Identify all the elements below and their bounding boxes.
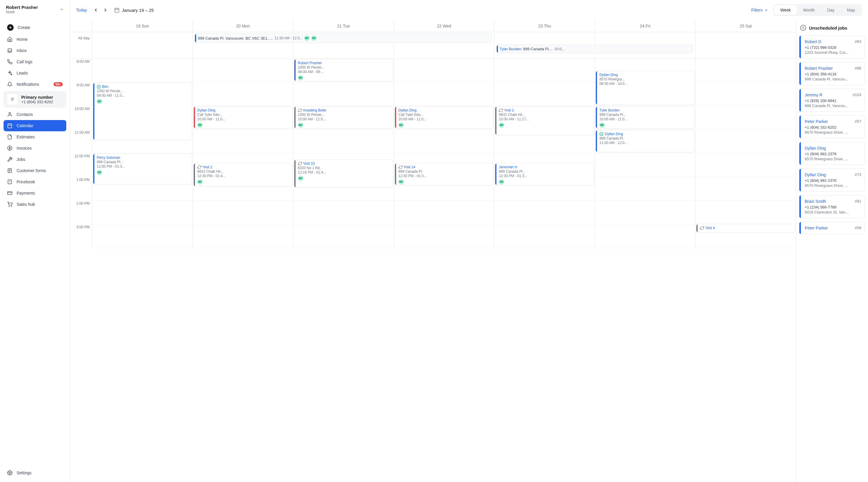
job-card[interactable]: Jeremy R#103+1 (928) 200-8941999 Canada … bbox=[799, 89, 865, 112]
view-week[interactable]: Week bbox=[774, 5, 797, 15]
sidebar-item-leads[interactable]: Leads bbox=[4, 67, 66, 79]
job-addr: 999 Canada Pl, Vancou... bbox=[805, 77, 861, 81]
job-card[interactable]: Dyllan Ding#73+1 (604) 992-23768570 Rive… bbox=[799, 168, 865, 192]
job-addr: 5018 Clarendon St, Van... bbox=[805, 210, 861, 214]
sidebar-item-estimates[interactable]: Estimates bbox=[4, 131, 66, 142]
job-addr: 8570 Rivergrass Drive, ... bbox=[805, 130, 861, 134]
calendar-event[interactable]: Tyler Burden999 Canada Pl...10:00 AM - 1… bbox=[595, 106, 695, 129]
job-id: #88 bbox=[855, 66, 861, 70]
avatar: RP bbox=[599, 122, 605, 128]
toolbar: Today January 19 – 25 Filters WeekMonthD… bbox=[70, 0, 868, 20]
calendar-event[interactable]: Robert Prasher1050 W Pende...08:00 AM - … bbox=[294, 59, 393, 81]
today-button[interactable]: Today bbox=[76, 8, 87, 12]
sidebar-item-call-logs[interactable]: Call logs bbox=[4, 56, 66, 67]
event-title: Installing Boile bbox=[298, 108, 391, 113]
allday-label: All day bbox=[70, 32, 92, 59]
prev-button[interactable] bbox=[92, 6, 100, 14]
unscheduled-panel: ✕ Unscheduled jobs Robert D#63+1 (732) 9… bbox=[796, 20, 868, 482]
sidebar-item-payments[interactable]: Payments bbox=[4, 188, 66, 199]
home-icon bbox=[7, 37, 12, 42]
day-header: 23 Thu bbox=[494, 20, 595, 32]
job-phone: +1 (604) 358-4116 bbox=[805, 72, 861, 76]
job-name: Dyllan Ding bbox=[805, 146, 826, 151]
sidebar-item-contacts[interactable]: Contacts bbox=[4, 109, 66, 120]
event-sub: 999 Canada Pl. bbox=[399, 169, 491, 173]
avatar: RP bbox=[197, 179, 203, 185]
account-switcher[interactable]: Robert Prasher Notifi bbox=[0, 0, 70, 19]
job-card[interactable]: Dyllan Ding+1 (604) 992-23768570 Rivergr… bbox=[799, 142, 865, 165]
sidebar-item-pricebook[interactable]: Pricebook bbox=[4, 176, 66, 188]
job-card[interactable]: Robert Prasher#88+1 (604) 358-4116999 Ca… bbox=[799, 62, 865, 85]
sidebar-item-label: Pricebook bbox=[17, 180, 35, 184]
calendar-event[interactable]: Visit 28832 Chalk Hil...12:30 PM - 01:4.… bbox=[193, 163, 292, 187]
job-card[interactable]: Peter Parker#57+1 (604) 332-62028570 Riv… bbox=[799, 115, 865, 138]
job-card[interactable]: Robert D#63+1 (732) 996-03281203 Summit … bbox=[799, 35, 865, 59]
event-time: 09:00 AM - 11:3... bbox=[97, 93, 189, 98]
calendar-event[interactable]: Dyllan Ding999 Canada Pl.11:00 AM - 12:0… bbox=[595, 130, 695, 152]
sidebar-item-inbox[interactable]: Inbox bbox=[4, 45, 66, 56]
check-icon bbox=[599, 132, 603, 136]
event-sub: 999 Canada Pl. bbox=[599, 136, 692, 140]
sidebar-item-notifications[interactable]: Notifications90+ bbox=[4, 79, 66, 90]
calendar-event[interactable]: Visit 106333 No 1 Rd, .12:15 PM - 01:4..… bbox=[294, 159, 393, 188]
sidebar-item-invoices[interactable]: Invoices bbox=[4, 142, 66, 154]
check-icon bbox=[97, 85, 101, 89]
sidebar-item-label: Call logs bbox=[17, 59, 33, 64]
calendar-event[interactable]: Dyllan DingCall Tyler follo...10:00 AM -… bbox=[193, 106, 292, 129]
calendar-event[interactable]: Installing Boile1050 W Pende...10:00 AM … bbox=[294, 106, 393, 129]
date-range[interactable]: January 19 – 25 bbox=[122, 8, 154, 13]
job-name: Brain Smith bbox=[805, 199, 826, 204]
primary-number-card[interactable]: # Primary number +1 (604) 332-6202 bbox=[4, 91, 66, 108]
view-map[interactable]: Map bbox=[841, 5, 861, 15]
close-panel-icon[interactable]: ✕ bbox=[800, 25, 806, 31]
calendar-event[interactable]: Visit 28832 Chalk Hil...10:00 AM - 11:17… bbox=[495, 106, 594, 135]
svg-point-2 bbox=[9, 113, 11, 114]
calendar-event[interactable]: Ben1050 W Pende...09:00 AM - 11:3...RP bbox=[93, 83, 192, 140]
calendar-event[interactable]: Visit 14999 Canada Pl.12:30 PM - 01:3...… bbox=[395, 163, 494, 185]
calendar-grid: 19 Sun20 Mon21 Tue22 Wed23 Thu24 Fri25 S… bbox=[70, 20, 796, 482]
avatar: RP bbox=[298, 75, 303, 81]
next-button[interactable] bbox=[101, 6, 110, 14]
calendar-event[interactable]: Dyllan DingCall Tyler follo...10:00 AM -… bbox=[395, 106, 494, 129]
user-name: Robert Prasher bbox=[6, 5, 38, 10]
avatar: RP bbox=[298, 175, 303, 181]
view-day[interactable]: Day bbox=[821, 5, 840, 15]
calendar-event[interactable]: Perry Soloman999 Canada Pl...12:00 PM - … bbox=[93, 154, 192, 185]
sidebar-item-calendar[interactable]: Calendar bbox=[4, 120, 66, 131]
avatar: RP bbox=[298, 122, 303, 128]
job-phone: +1 (604) 332-6202 bbox=[805, 125, 861, 130]
calendar-event[interactable]: Visit 4 bbox=[696, 224, 795, 233]
allday-event[interactable]: Tyler Burden999 Canada Pl,...03:0... bbox=[496, 45, 693, 53]
book-icon bbox=[7, 179, 12, 185]
recur-icon bbox=[399, 165, 403, 169]
doc-icon bbox=[7, 134, 12, 139]
create-button[interactable]: Create bbox=[4, 21, 66, 34]
filters-button[interactable]: Filters bbox=[751, 8, 768, 12]
event-title: Tyler Burden bbox=[500, 47, 522, 51]
svg-rect-3 bbox=[8, 124, 12, 128]
event-title: Visit 2 bbox=[499, 108, 591, 113]
sidebar-item-sales-hub[interactable]: Sales hub bbox=[4, 199, 66, 210]
view-month[interactable]: Month bbox=[797, 5, 821, 15]
sidebar-item-label: Leads bbox=[17, 71, 28, 75]
job-card[interactable]: Peter Parker#59 bbox=[799, 222, 865, 234]
calendar-event[interactable]: Dyllan Ding8570 Rivergra...08:30 AM - 10… bbox=[595, 71, 695, 105]
sidebar-item-label: Inbox bbox=[17, 48, 27, 53]
job-addr: 8570 Rivergrass Drive, ... bbox=[805, 183, 861, 188]
event-title: Dyllan Ding bbox=[197, 108, 290, 113]
avatar: RP bbox=[399, 122, 404, 128]
svg-point-17 bbox=[9, 472, 11, 474]
chevron-down-icon[interactable] bbox=[60, 7, 64, 11]
job-card[interactable]: Brain Smith#91+1 (234) 566-77885018 Clar… bbox=[799, 195, 865, 218]
allday-event[interactable]: 999 Canada Pl, Vancouver, BC V6C 3E1, ..… bbox=[195, 33, 492, 43]
event-time: 10:00 AM - 11:0... bbox=[399, 117, 491, 121]
sidebar-item-home[interactable]: Home bbox=[4, 34, 66, 45]
sidebar-item-customer-forms[interactable]: Customer forms bbox=[4, 165, 66, 176]
event-title: 999 Canada Pl, Vancouver, BC V6C 3E1, ..… bbox=[198, 36, 273, 40]
calendar-event[interactable]: Jeremiah H999 Canada Pl...12:30 PM - 01:… bbox=[495, 163, 594, 185]
sidebar-item-jobs[interactable]: Jobs bbox=[4, 154, 66, 165]
settings-button[interactable]: Settings bbox=[4, 467, 66, 478]
day-header: 19 Sun bbox=[92, 20, 193, 32]
avatar: RP bbox=[304, 35, 309, 41]
sidebar-item-label: Invoices bbox=[17, 146, 32, 151]
